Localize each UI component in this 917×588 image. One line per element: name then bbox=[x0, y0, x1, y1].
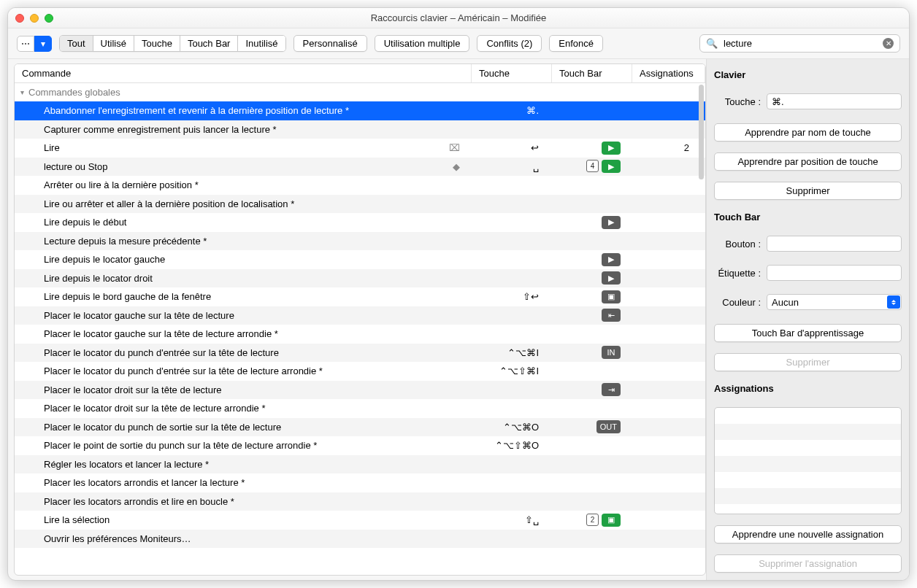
key-cell: ⇧␣ bbox=[472, 514, 552, 525]
table-row[interactable]: Lire ou arrêter et aller à la dernière p… bbox=[15, 195, 705, 214]
table-row[interactable]: Placer le locator du punch d'entrée sur … bbox=[15, 344, 705, 363]
conflicts-button[interactable]: Conflits (2) bbox=[477, 35, 542, 52]
touchbar-cell: ⇤ bbox=[552, 309, 632, 322]
col-touchbar[interactable]: Touch Bar bbox=[552, 64, 632, 82]
scrollbar[interactable] bbox=[699, 85, 704, 179]
touchbar-cell: ▶ bbox=[552, 216, 632, 229]
table-row[interactable]: Placer le locator gauche sur la tête de … bbox=[15, 306, 705, 325]
inspector-sidebar: Clavier Touche : Apprendre par nom de to… bbox=[706, 59, 909, 580]
filter-utilisé[interactable]: Utilisé bbox=[93, 36, 134, 51]
command-extra-icon: ◆ bbox=[453, 161, 460, 172]
touchbar-icon: ▶ bbox=[602, 271, 621, 285]
command-label: Capturer comme enregistrement puis lance… bbox=[44, 124, 277, 135]
table-row[interactable]: Lire depuis le locator droit▶ bbox=[15, 269, 705, 288]
assignments-list[interactable] bbox=[714, 407, 902, 514]
command-label: Lire depuis le bord gauche de la fenêtre bbox=[44, 291, 211, 302]
filter-tout[interactable]: Tout bbox=[60, 36, 93, 51]
filter-inutilisé[interactable]: Inutilisé bbox=[238, 36, 285, 51]
multiuse-button[interactable]: Utilisation multiple bbox=[375, 35, 470, 52]
touchbar-cell: IN bbox=[552, 346, 632, 359]
pressed-button[interactable]: Enfoncé bbox=[549, 35, 603, 52]
key-input[interactable] bbox=[767, 93, 902, 109]
tb-color-select[interactable]: Aucun bbox=[767, 294, 902, 310]
table-header: Commande Touche Touch Bar Assignations bbox=[15, 64, 705, 83]
table-row[interactable]: Placer le locator gauche sur la tête de … bbox=[15, 325, 705, 344]
group-global-commands[interactable]: ▾ Commandes globales bbox=[15, 83, 705, 101]
titlebar: Raccourcis clavier – Américain – Modifié… bbox=[8, 8, 909, 28]
command-label: lecture ou Stop bbox=[44, 161, 107, 172]
search-icon: 🔍 bbox=[706, 38, 718, 49]
table-row[interactable]: Régler les locators et lancer la lecture… bbox=[15, 455, 705, 474]
table-row[interactable]: Lire depuis le locator gauche▶ bbox=[15, 250, 705, 269]
tb-label-input[interactable] bbox=[767, 265, 902, 281]
col-key[interactable]: Touche bbox=[472, 64, 552, 82]
table-row[interactable]: Lire depuis le début▶ bbox=[15, 213, 705, 232]
command-label: Placer le locator gauche sur la tête de … bbox=[44, 328, 278, 339]
table-row[interactable]: Placer les locators arrondis et lire en … bbox=[15, 492, 705, 511]
learn-assignment-button[interactable]: Apprendre une nouvelle assignation bbox=[714, 525, 902, 543]
number-badge: 4 bbox=[586, 160, 599, 172]
key-cell: ↩ bbox=[472, 142, 552, 153]
tb-learn-button[interactable]: Touch Bar d'apprentissage bbox=[714, 324, 902, 342]
table-row[interactable]: Placer le locator du punch d'entrée sur … bbox=[15, 362, 705, 381]
touchbar-cell: ⇥ bbox=[552, 383, 632, 396]
delete-key-button[interactable]: Supprimer bbox=[714, 182, 902, 200]
table-row[interactable]: Capturer comme enregistrement puis lance… bbox=[15, 120, 705, 139]
commands-table: Commande Touche Touch Bar Assignations ▾… bbox=[14, 63, 706, 576]
tb-delete-button[interactable]: Supprimer bbox=[714, 353, 902, 371]
customized-button[interactable]: Personnalisé bbox=[293, 35, 367, 52]
search-input[interactable] bbox=[721, 36, 883, 50]
key-cell: ⌃⌥⌘I bbox=[472, 347, 552, 358]
table-row[interactable]: Placer les locators arrondis et lancer l… bbox=[15, 473, 705, 492]
list-view-icon[interactable]: ⋯ bbox=[17, 36, 34, 52]
key-label: Touche : bbox=[714, 96, 761, 107]
filter-touche[interactable]: Touche bbox=[134, 36, 180, 51]
clear-search-icon[interactable]: ✕ bbox=[883, 38, 894, 49]
tb-button-input[interactable] bbox=[767, 236, 902, 252]
table-row[interactable]: Lire depuis le bord gauche de la fenêtre… bbox=[15, 287, 705, 306]
command-label: Régler les locators et lancer la lecture… bbox=[44, 459, 209, 470]
tb-button-label: Bouton : bbox=[714, 239, 761, 249]
content-area: Commande Touche Touch Bar Assignations ▾… bbox=[8, 59, 909, 580]
table-row[interactable]: Abandonner l'enregistrement et revenir à… bbox=[15, 101, 705, 120]
command-label: Lire depuis le début bbox=[44, 217, 126, 228]
table-row[interactable]: Placer le point de sortie du punch sur l… bbox=[15, 436, 705, 455]
search-field[interactable]: 🔍 ✕ bbox=[699, 34, 900, 53]
table-row[interactable]: Placer le locator droit sur la tête de l… bbox=[15, 399, 705, 418]
col-command[interactable]: Commande bbox=[15, 64, 472, 82]
command-label: Ouvrir les préférences Moniteurs… bbox=[44, 533, 191, 544]
learn-by-position-button[interactable]: Apprendre par position de touche bbox=[714, 152, 902, 171]
chevron-updown-icon bbox=[887, 295, 900, 309]
table-row[interactable]: Lire la sélection⇧␣2▣ bbox=[15, 511, 705, 530]
command-label: Lire la sélection bbox=[44, 514, 110, 525]
number-badge: 2 bbox=[586, 514, 599, 526]
table-row[interactable]: Ouvrir les préférences Moniteurs… bbox=[15, 530, 705, 549]
touchbar-icon: ▶ bbox=[602, 253, 621, 266]
filter-touch bar[interactable]: Touch Bar bbox=[180, 36, 239, 51]
command-label: Lire depuis le locator droit bbox=[44, 273, 153, 284]
window-title: Raccourcis clavier – Américain – Modifié… bbox=[8, 12, 909, 23]
keyboard-header: Clavier bbox=[714, 69, 902, 80]
key-cell: ⌃⌥⇧⌘I bbox=[472, 365, 552, 376]
table-row[interactable]: Lecture depuis la mesure précédente * bbox=[15, 232, 705, 251]
detail-view-icon[interactable]: ▾ bbox=[34, 36, 52, 52]
col-assignments[interactable]: Assignations bbox=[632, 64, 705, 82]
key-cell: ⌘. bbox=[472, 105, 552, 116]
table-row[interactable]: Lire⌧↩▶2 bbox=[15, 139, 705, 158]
touchbar-icon: ▶ bbox=[602, 216, 621, 229]
touchbar-cell: ▶ bbox=[552, 142, 632, 155]
table-body: Abandonner l'enregistrement et revenir à… bbox=[15, 101, 705, 575]
command-label: Lecture depuis la mesure précédente * bbox=[44, 236, 207, 247]
table-row[interactable]: lecture ou Stop◆␣4▶ bbox=[15, 158, 705, 177]
delete-assignment-button[interactable]: Supprimer l'assignation bbox=[714, 554, 902, 573]
command-label: Placer les locators arrondis et lancer l… bbox=[44, 477, 245, 488]
touchbar-icon: OUT bbox=[596, 420, 621, 433]
touchbar-header: Touch Bar bbox=[714, 212, 902, 223]
key-cell: ⇧↩ bbox=[472, 291, 552, 302]
play-icon: ▶ bbox=[602, 160, 621, 173]
chevron-down-icon[interactable]: ▾ bbox=[20, 88, 24, 96]
table-row[interactable]: Placer le locator du punch de sortie sur… bbox=[15, 418, 705, 437]
learn-by-name-button[interactable]: Apprendre par nom de touche bbox=[714, 123, 902, 142]
table-row[interactable]: Arrêter ou lire à la dernière position * bbox=[15, 176, 705, 195]
table-row[interactable]: Placer le locator droit sur la tête de l… bbox=[15, 381, 705, 400]
